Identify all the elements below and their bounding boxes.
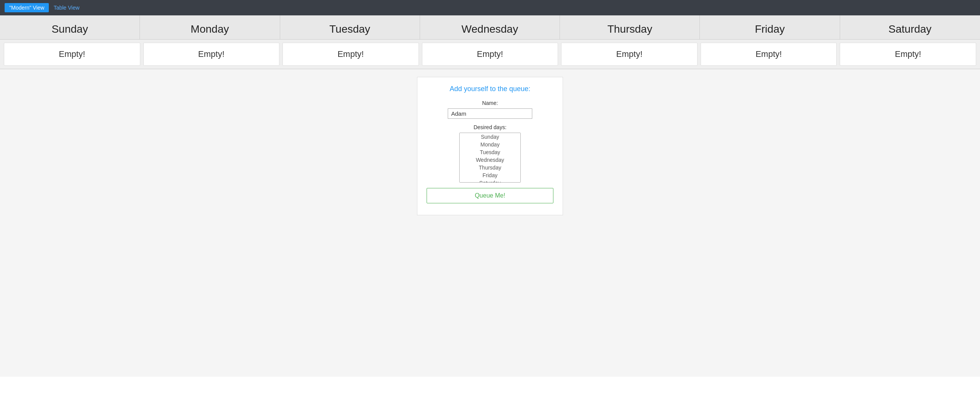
calendar-day-header-wednesday: Wednesday	[420, 15, 560, 39]
name-input[interactable]	[448, 108, 532, 119]
queue-me-button[interactable]: Queue Me!	[427, 188, 553, 203]
day-option-sunday[interactable]: Sunday	[460, 133, 520, 141]
day-option-wednesday[interactable]: Wednesday	[460, 156, 520, 164]
calendar-day-header-monday: Monday	[140, 15, 280, 39]
day-card-friday: Empty!	[701, 43, 837, 66]
queue-panel: Add yourself to the queue: Name: Desired…	[417, 77, 563, 215]
day-card-thursday: Empty!	[561, 43, 698, 66]
calendar-day-header-saturday: Saturday	[840, 15, 980, 39]
calendar-day-header-tuesday: Tuesday	[280, 15, 420, 39]
day-card-tuesday: Empty!	[282, 43, 419, 66]
navbar: "Modern" View Table View	[0, 0, 980, 15]
day-option-monday[interactable]: Monday	[460, 141, 520, 148]
day-card-monday: Empty!	[143, 43, 280, 66]
calendar-day-header-sunday: Sunday	[0, 15, 140, 39]
queue-title: Add yourself to the queue:	[427, 85, 553, 93]
day-card-saturday: Empty!	[840, 43, 976, 66]
calendar-header: SundayMondayTuesdayWednesdayThursdayFrid…	[0, 15, 980, 40]
calendar-row: Empty!Empty!Empty!Empty!Empty!Empty!Empt…	[0, 40, 980, 69]
day-option-thursday[interactable]: Thursday	[460, 164, 520, 171]
days-listbox[interactable]: SundayMondayTuesdayWednesdayThursdayFrid…	[459, 133, 521, 183]
table-view-button[interactable]: Table View	[53, 5, 79, 11]
calendar-day-header-thursday: Thursday	[560, 15, 700, 39]
days-label: Desired days:	[427, 124, 553, 130]
day-option-tuesday[interactable]: Tuesday	[460, 148, 520, 156]
main-content: Add yourself to the queue: Name: Desired…	[0, 69, 980, 377]
day-option-saturday[interactable]: Saturday	[460, 179, 520, 183]
calendar-day-header-friday: Friday	[700, 15, 840, 39]
day-option-friday[interactable]: Friday	[460, 171, 520, 179]
name-label: Name:	[427, 100, 553, 106]
day-card-wednesday: Empty!	[422, 43, 558, 66]
day-card-sunday: Empty!	[4, 43, 140, 66]
modern-view-button[interactable]: "Modern" View	[5, 3, 49, 12]
